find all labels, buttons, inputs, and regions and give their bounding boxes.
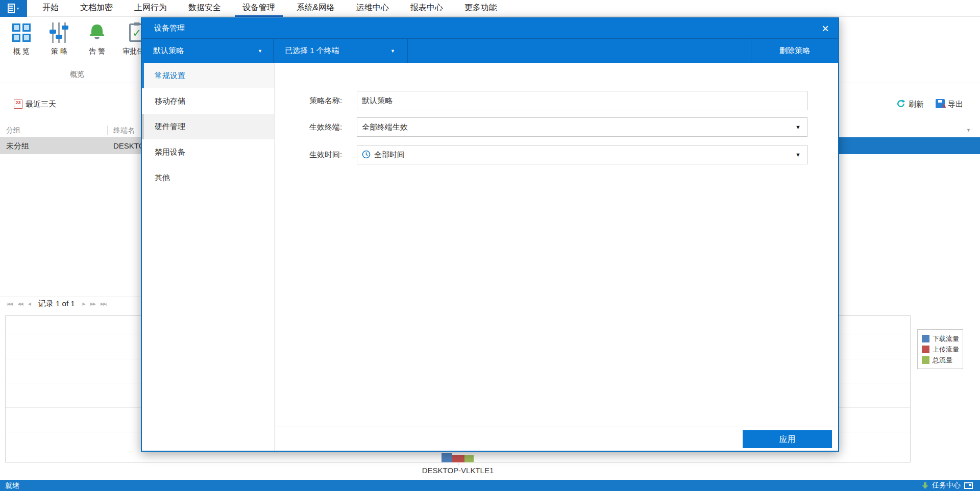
chart-legend: 下载流量 上传流量 总流量 [917, 329, 963, 369]
legend-item-total: 总流量 [922, 355, 963, 365]
dialog-form: 策略名称: 生效终端: 全部终端生效 ▼ 生效时间: 全部时间 ▼ [275, 63, 838, 451]
overview-grid-icon [12, 23, 31, 42]
menu-item-doc-encrypt[interactable]: 文档加密 [69, 0, 124, 17]
date-range-filter[interactable]: 最近三天 [26, 100, 56, 109]
alert-bell-icon [87, 22, 107, 43]
nav-item-disabled-devices[interactable]: 禁用设备 [142, 139, 274, 165]
column-header-terminal[interactable]: 终端名 [113, 124, 135, 137]
task-window-icon[interactable] [964, 482, 973, 489]
terminal-row-frozen-cells: 未分组 DESKTOP-VLKTLE1 [0, 137, 141, 154]
clock-icon [362, 150, 371, 159]
status-bar: 就绪 任务中心 [0, 480, 980, 491]
column-dropdown-icon[interactable]: ▼ [966, 124, 971, 137]
pager-prev-button[interactable]: ◀ [28, 302, 31, 306]
ribbon-group-label: 概览 [55, 70, 99, 79]
menu-item-more[interactable]: 更多功能 [454, 0, 508, 17]
dialog-footer: 应用 [275, 427, 838, 451]
chevron-down-icon: ▼ [258, 48, 262, 54]
pager-record-label: 记录 1 of 1 [38, 299, 75, 309]
cell-group: 未分组 [6, 137, 29, 154]
legend-item-download: 下载流量 [922, 333, 963, 344]
ribbon-button-policy[interactable]: 策 略 [43, 21, 76, 56]
pager: |◀◀ ◀◀ ◀ 记录 1 of 1 ▶ ▶▶ ▶▶| [0, 297, 141, 311]
calendar-icon: 23 [14, 100, 22, 109]
policy-sliders-icon [49, 22, 69, 43]
app-menu-button[interactable]: ▼ [0, 0, 27, 17]
ribbon-button-overview[interactable]: 概 览 [5, 21, 38, 56]
pager-last-button[interactable]: ▶▶| [101, 302, 106, 306]
effective-time-select[interactable]: 全部时间 ▼ [357, 145, 807, 164]
dialog-sidebar: 常规设置 移动存储 硬件管理 禁用设备 其他 [142, 63, 275, 451]
nav-item-other[interactable]: 其他 [142, 165, 274, 190]
effective-time-label: 生效时间: [309, 145, 342, 164]
axis-tick [458, 463, 458, 465]
effective-terminal-label: 生效终端: [309, 117, 342, 137]
bar-download [442, 453, 452, 462]
status-ready-label: 就绪 [5, 480, 19, 491]
nav-item-general-settings[interactable]: 常规设置 [142, 63, 274, 88]
terminal-selector-dropdown[interactable]: 已选择 1 个终端 ▼ [274, 39, 408, 63]
legend-swatch-upload [922, 346, 929, 353]
menu-item-device-mgmt[interactable]: 设备管理 [232, 0, 286, 17]
menu-item-web-behavior[interactable]: 上网行为 [124, 0, 178, 17]
cell-terminal: DESKTOP-VLKTLE1 [113, 137, 141, 154]
policy-name-label: 策略名称: [309, 91, 342, 110]
pager-rewind-button[interactable]: ◀◀ [17, 302, 22, 306]
legend-swatch-total [922, 356, 929, 364]
pager-forward-button[interactable]: ▶▶ [90, 302, 95, 306]
ribbon-button-alert[interactable]: 告 警 [81, 21, 113, 56]
policy-name-input[interactable] [357, 91, 807, 110]
download-arrow-icon [922, 482, 928, 489]
chart-category-label: DESKTOP-VLKTLE1 [407, 466, 509, 475]
main-menu: 开始 文档加密 上网行为 数据安全 设备管理 系统&网络 运维中心 报表中心 更… [32, 0, 508, 17]
nav-item-hardware-mgmt[interactable]: 硬件管理 [142, 114, 274, 139]
menu-item-system-network[interactable]: 系统&网络 [286, 0, 346, 17]
refresh-button[interactable]: 刷新 [909, 100, 924, 109]
pager-first-button[interactable]: |◀◀ [7, 302, 12, 306]
export-button[interactable]: 导出 [948, 100, 963, 109]
chevron-down-icon: ▼ [795, 145, 801, 164]
legend-swatch-download [922, 335, 929, 342]
chevron-down-icon: ▼ [795, 118, 801, 136]
menu-item-ops-center[interactable]: 运维中心 [346, 0, 400, 17]
close-icon[interactable]: × [822, 19, 829, 38]
dialog-toolbar: 默认策略 ▼ 已选择 1 个终端 ▼ 删除策略 [142, 38, 838, 63]
menu-bar: ▼ 开始 文档加密 上网行为 数据安全 设备管理 系统&网络 运维中心 报表中心… [0, 0, 980, 17]
effective-terminal-select[interactable]: 全部终端生效 ▼ [357, 117, 807, 137]
chevron-down-icon: ▼ [390, 48, 395, 54]
app-document-icon [8, 4, 15, 13]
legend-item-upload: 上传流量 [922, 344, 963, 355]
column-divider [107, 126, 108, 135]
pager-next-button[interactable]: ▶ [83, 302, 85, 306]
dialog-title: 设备管理 [154, 23, 185, 33]
refresh-icon[interactable] [896, 99, 905, 108]
task-center-button[interactable]: 任务中心 [932, 481, 961, 490]
chevron-down-icon: ▼ [16, 7, 19, 10]
policy-selector-dropdown[interactable]: 默认策略 ▼ [142, 39, 274, 63]
dialog-title-bar: 设备管理 × [142, 18, 838, 38]
menu-item-data-security[interactable]: 数据安全 [178, 0, 232, 17]
menu-item-start[interactable]: 开始 [32, 0, 69, 17]
bar-upload [452, 455, 464, 462]
toolbar-spacer [408, 39, 751, 63]
bar-total [464, 455, 474, 462]
export-icon[interactable]: A [936, 99, 945, 108]
apply-button[interactable]: 应用 [743, 430, 832, 448]
menu-item-report-center[interactable]: 报表中心 [400, 0, 454, 17]
delete-policy-button[interactable]: 删除策略 [751, 39, 838, 63]
nav-item-removable-storage[interactable]: 移动存储 [142, 88, 274, 114]
device-management-dialog: 设备管理 × 默认策略 ▼ 已选择 1 个终端 ▼ 删除策略 常规设置 移动存储… [141, 17, 839, 452]
column-header-group[interactable]: 分组 [6, 124, 20, 137]
